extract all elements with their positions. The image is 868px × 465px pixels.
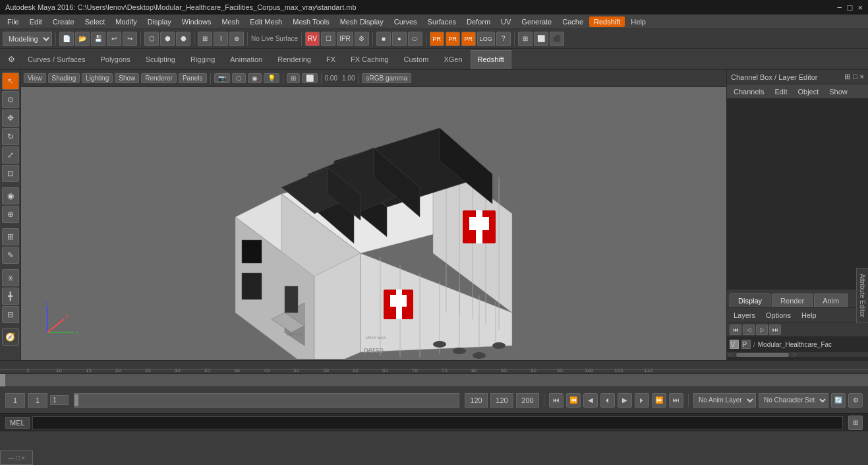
menu-edit[interactable]: Edit xyxy=(25,16,47,27)
menu-redshift[interactable]: Redshift xyxy=(589,16,625,27)
layer-nav-last[interactable]: ⏭ xyxy=(769,325,781,335)
scale-tool-btn[interactable]: ⤢ xyxy=(2,146,19,164)
menu-mesh[interactable]: Mesh xyxy=(217,16,244,27)
shelf-fx-caching[interactable]: FX Caching xyxy=(343,50,395,69)
pb-prev-key-btn[interactable]: ⏪ xyxy=(566,393,581,408)
layer-type[interactable]: P xyxy=(741,340,751,349)
poly-cube-btn[interactable]: ■ xyxy=(376,32,391,46)
menu-curves[interactable]: Curves xyxy=(390,16,422,27)
cb-menu-show[interactable]: Show xyxy=(825,86,852,97)
statusbar-end-btn[interactable]: ⊞ xyxy=(848,416,863,430)
mel-label[interactable]: MEL xyxy=(5,417,30,429)
soft-select-btn[interactable]: ◉ xyxy=(2,187,19,204)
tab-display[interactable]: Display xyxy=(730,294,770,307)
shelf-sculpting[interactable]: Sculpting xyxy=(138,50,183,69)
layer-item[interactable]: V P / Modular_Healthcare_Fac xyxy=(727,337,868,352)
playback-frame-inner[interactable] xyxy=(53,396,66,404)
menu-cache[interactable]: Cache xyxy=(558,16,588,27)
menu-file[interactable]: File xyxy=(3,16,24,27)
layers-menu-layers[interactable]: Layers xyxy=(730,311,759,320)
layer-nav-first[interactable]: ⏮ xyxy=(730,325,741,335)
snap-curve-btn[interactable]: ⌇ xyxy=(214,32,228,46)
pb-cycle-btn[interactable]: 🔄 xyxy=(831,393,846,408)
pb-next-btn[interactable]: ⏵ xyxy=(635,393,649,408)
vp-grid-btn[interactable]: ⊞ xyxy=(287,73,300,83)
menu-mesh-display[interactable]: Mesh Display xyxy=(335,16,388,27)
cb-menu-channels[interactable]: Channels xyxy=(730,86,768,97)
playback-start-frame[interactable] xyxy=(5,393,25,408)
shelf-rendering[interactable]: Rendering xyxy=(270,50,318,69)
render-btn[interactable]: RV xyxy=(305,32,320,46)
menu-display[interactable]: Display xyxy=(143,16,176,27)
rs-btn3[interactable]: PR xyxy=(461,32,476,46)
cam-btn[interactable]: ⬛ xyxy=(550,32,564,46)
render-settings-btn[interactable]: ⚙ xyxy=(355,32,369,46)
vp-smooth-btn[interactable]: ◉ xyxy=(248,73,262,83)
menu-select[interactable]: Select xyxy=(80,16,110,27)
menu-uv[interactable]: UV xyxy=(496,16,515,27)
pb-play-fwd-btn[interactable]: ▶ xyxy=(618,393,632,408)
menu-surfaces[interactable]: Surfaces xyxy=(423,16,461,27)
nav-icon[interactable]: 🧭 xyxy=(2,328,19,346)
shelf-settings-btn[interactable]: ⚙ xyxy=(3,51,20,68)
layers-menu-options[interactable]: Options xyxy=(762,311,795,320)
minimize-button[interactable]: − xyxy=(837,3,842,13)
layer-nav-prev[interactable]: ◁ xyxy=(743,325,755,335)
playback-range-end2[interactable] xyxy=(516,393,539,408)
grid-disp-btn[interactable]: ⊞ xyxy=(518,32,533,46)
lasso-btn[interactable]: ⬢ xyxy=(160,32,175,46)
vp-menu-panels[interactable]: Panels xyxy=(179,73,207,83)
playback-range-end[interactable] xyxy=(490,393,513,408)
rs-btn1[interactable]: PR xyxy=(430,32,444,46)
vp-wireframe-btn[interactable]: ⬡ xyxy=(232,73,246,83)
cb-float-btn[interactable]: □ xyxy=(853,73,857,81)
pb-pref-btn[interactable]: ⚙ xyxy=(848,393,863,408)
layer-scroll-thumb[interactable] xyxy=(736,353,789,357)
vp-menu-renderer[interactable]: Renderer xyxy=(141,73,177,83)
select-mode-btn[interactable]: ⬡ xyxy=(144,32,159,46)
save-btn[interactable]: 💾 xyxy=(91,32,105,46)
shelf-polygons[interactable]: Polygons xyxy=(93,50,137,69)
help-btn[interactable]: ? xyxy=(496,32,511,46)
menu-windows[interactable]: Windows xyxy=(177,16,216,27)
mini-win-mel[interactable]: — □ × xyxy=(0,450,33,465)
playback-end-frame[interactable] xyxy=(465,393,488,408)
vp-menu-shading[interactable]: Shading xyxy=(48,73,80,83)
attribute-editor-tab[interactable]: Attribute Editor xyxy=(856,268,868,323)
shelf-rigging[interactable]: Rigging xyxy=(183,50,222,69)
close-button[interactable]: × xyxy=(857,3,863,13)
rs-log-btn[interactable]: LOG xyxy=(477,32,495,46)
pb-prev-btn[interactable]: ◀ xyxy=(583,393,598,408)
mel-input[interactable] xyxy=(32,416,843,429)
layer-visibility[interactable]: V xyxy=(730,340,739,349)
tab-render[interactable]: Render xyxy=(772,294,813,307)
vp-frame-all-btn[interactable]: ⬜ xyxy=(302,73,318,83)
maximize-button[interactable]: □ xyxy=(848,3,853,13)
paint-weights-btn[interactable]: ✎ xyxy=(2,247,19,264)
ipr-btn[interactable]: IPR xyxy=(337,32,353,46)
layers-menu-help[interactable]: Help xyxy=(797,311,821,320)
menu-help[interactable]: Help xyxy=(626,16,651,27)
paint-select-btn[interactable]: ⬣ xyxy=(176,32,190,46)
snap-together-btn[interactable]: ⊕ xyxy=(2,206,19,223)
timeline-canvas[interactable] xyxy=(0,374,868,387)
menu-modify[interactable]: Modify xyxy=(111,16,141,27)
last-tool-btn[interactable]: ⊡ xyxy=(2,165,19,182)
shelf-custom[interactable]: Custom xyxy=(397,50,436,69)
pb-anim-layer-select[interactable]: No Anim Layer xyxy=(693,393,756,408)
lasso-tool-btn[interactable]: ⊙ xyxy=(2,91,19,108)
vp-menu-lighting[interactable]: Lighting xyxy=(82,73,113,83)
move-tool-btn[interactable]: ✥ xyxy=(2,109,19,127)
poly-cyl-btn[interactable]: ⬭ xyxy=(408,32,422,46)
cb-close-btn[interactable]: × xyxy=(860,73,864,81)
vp-cam-btn[interactable]: 📷 xyxy=(214,73,230,83)
frame-btn[interactable]: ⬜ xyxy=(534,32,548,46)
shelf-animation[interactable]: Animation xyxy=(223,50,270,69)
poly-sphere-btn[interactable]: ● xyxy=(392,32,407,46)
vp-light-btn[interactable]: 💡 xyxy=(264,73,279,83)
show-manip-btn[interactable]: ⊞ xyxy=(2,228,19,245)
menu-create[interactable]: Create xyxy=(48,16,79,27)
viewport-canvas[interactable]: VRAY MAX VRAY MAX X Y Z persp xyxy=(21,87,726,360)
cb-menu-edit[interactable]: Edit xyxy=(770,86,791,97)
cut-faces-btn[interactable]: ⚹ xyxy=(2,269,19,286)
